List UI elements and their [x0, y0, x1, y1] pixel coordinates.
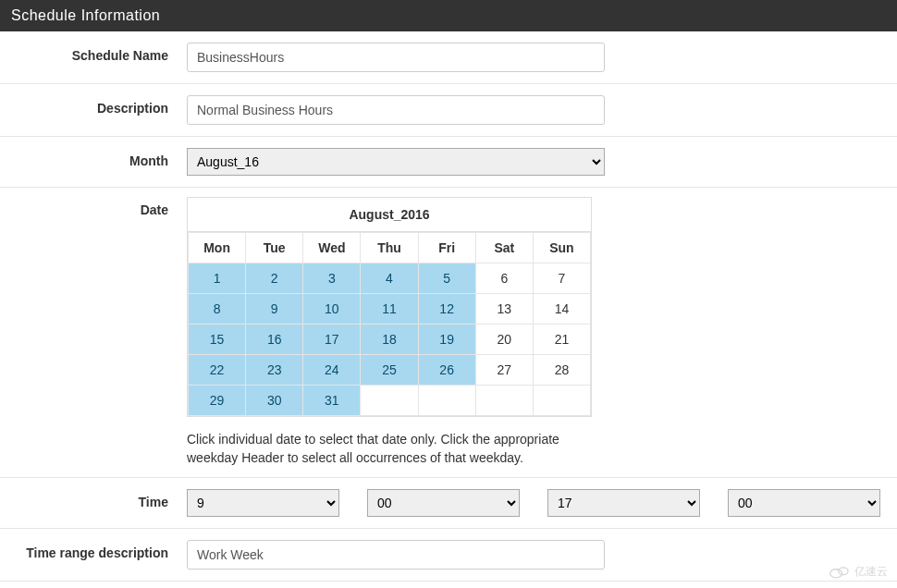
calendar-day[interactable]: 27 [475, 355, 533, 386]
calendar-day[interactable]: 13 [475, 294, 533, 325]
calendar-day[interactable]: 28 [533, 355, 590, 386]
calendar-day[interactable]: 5 [418, 263, 475, 294]
calendar-day[interactable]: 9 [246, 294, 303, 325]
calendar-day[interactable]: 26 [418, 355, 475, 386]
calendar-table: MonTueWedThuFriSatSun 123456789101112131… [188, 232, 591, 416]
calendar-day[interactable]: 15 [189, 325, 246, 355]
watermark: 亿速云 [828, 564, 888, 581]
calendar-day[interactable]: 14 [533, 294, 590, 325]
start-hour-select[interactable]: 9 [187, 489, 339, 517]
time-range-desc-label: Time range description [11, 540, 187, 560]
calendar-day[interactable]: 21 [533, 325, 590, 355]
calendar-day[interactable]: 8 [189, 294, 246, 325]
calendar-day[interactable]: 19 [418, 325, 475, 355]
calendar-day [475, 386, 533, 416]
calendar-day[interactable]: 6 [475, 263, 533, 294]
calendar-help-text: Click individual date to select that dat… [187, 430, 575, 468]
start-minute-select[interactable]: 00 [367, 489, 520, 517]
description-label: Description [11, 95, 187, 116]
month-label: Month [11, 148, 187, 168]
calendar-day[interactable]: 17 [303, 325, 361, 355]
calendar-day[interactable]: 7 [533, 263, 590, 294]
weekday-header[interactable]: Sat [475, 233, 533, 263]
calendar-day[interactable]: 29 [189, 386, 246, 416]
calendar-day[interactable]: 22 [189, 355, 246, 386]
calendar-day[interactable]: 24 [303, 355, 361, 386]
calendar-day[interactable]: 16 [246, 325, 303, 355]
svg-point-1 [838, 568, 847, 575]
weekday-header[interactable]: Tue [246, 233, 303, 263]
calendar-day[interactable]: 30 [246, 386, 303, 416]
calendar-day[interactable]: 3 [303, 263, 361, 294]
calendar-day [418, 386, 475, 416]
calendar-day[interactable]: 20 [475, 325, 533, 355]
date-label: Date [11, 197, 187, 217]
weekday-header[interactable]: Mon [189, 233, 246, 263]
weekday-header[interactable]: Fri [418, 233, 475, 263]
weekday-header[interactable]: Thu [361, 233, 418, 263]
end-minute-select[interactable]: 00 [728, 489, 880, 517]
calendar-day [533, 386, 590, 416]
calendar-day [361, 386, 418, 416]
schedule-name-input[interactable] [187, 43, 605, 72]
calendar: August_2016 MonTueWedThuFriSatSun 123456… [187, 197, 592, 417]
end-hour-select[interactable]: 17 [547, 489, 700, 517]
calendar-day[interactable]: 12 [418, 294, 475, 325]
calendar-day[interactable]: 1 [189, 263, 246, 294]
month-select[interactable]: August_16 [187, 148, 605, 176]
time-range-desc-input[interactable] [187, 540, 605, 570]
calendar-day[interactable]: 2 [246, 263, 303, 294]
time-label: Time [11, 489, 187, 509]
weekday-header[interactable]: Sun [533, 233, 590, 263]
calendar-title: August_2016 [188, 198, 591, 232]
panel-title: Schedule Information [0, 0, 897, 31]
calendar-day[interactable]: 4 [361, 263, 418, 294]
calendar-day[interactable]: 31 [303, 386, 361, 416]
calendar-day[interactable]: 10 [303, 294, 361, 325]
calendar-day[interactable]: 25 [361, 355, 418, 386]
description-input[interactable] [187, 95, 605, 125]
calendar-day[interactable]: 11 [361, 294, 418, 325]
calendar-day[interactable]: 18 [361, 325, 418, 355]
schedule-name-label: Schedule Name [11, 43, 187, 63]
calendar-day[interactable]: 23 [246, 355, 303, 386]
weekday-header[interactable]: Wed [303, 233, 361, 263]
